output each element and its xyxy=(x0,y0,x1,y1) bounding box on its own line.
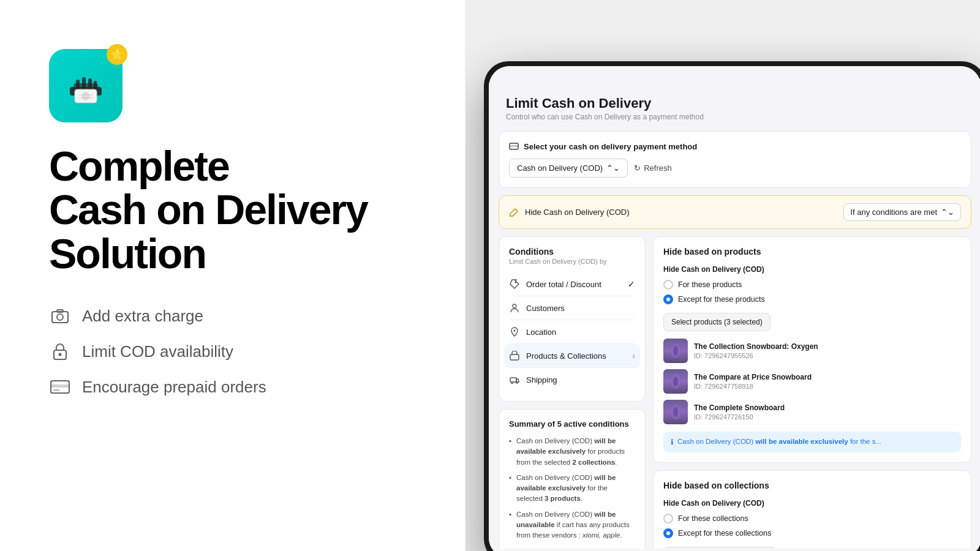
refresh-icon: ↻ xyxy=(634,163,641,173)
radio-for-these-collections[interactable]: For these collections xyxy=(663,514,961,523)
hide-cod-section: Hide Cash on Delivery (COD) If any condi… xyxy=(499,195,971,229)
svg-rect-4 xyxy=(88,78,92,89)
svg-point-22 xyxy=(514,330,516,332)
pen-icon xyxy=(509,208,519,217)
tag-icon xyxy=(509,279,520,290)
svg-point-32 xyxy=(673,407,678,417)
card-icon xyxy=(49,376,71,398)
conditions-column: Conditions Limit Cash on Delivery (COD) … xyxy=(499,236,646,549)
product-info-1: The Collection Snowboard: Oxygen ID: 729… xyxy=(694,342,961,359)
svg-point-14 xyxy=(59,353,62,356)
svg-rect-10 xyxy=(52,312,68,323)
product-info-2: The Compare at Price Snowboard ID: 72962… xyxy=(694,373,961,390)
app-header: Limit Cash on Delivery Control who can u… xyxy=(489,83,980,131)
radio-group-collections: For these collections Except for these c… xyxy=(663,514,961,538)
condition-order-total[interactable]: Order total / Discount ✓ xyxy=(509,272,635,296)
app-header-subtitle: Control who can use Cash on Delivery as … xyxy=(506,113,964,121)
svg-point-11 xyxy=(57,314,63,320)
payment-controls: Cash on Delivery (COD) ⌃⌄ ↻ Refresh xyxy=(509,159,961,178)
star-badge: ⭐ xyxy=(107,44,127,65)
radio-circle-for-collections xyxy=(663,514,673,523)
product-item-3: The Complete Snowboard ID: 7296247726150 xyxy=(663,400,961,424)
svg-rect-24 xyxy=(510,378,516,382)
tablet-content: Limit Cash on Delivery Control who can u… xyxy=(489,83,980,549)
title-line1: Complete xyxy=(49,143,229,189)
summary-card: Summary of 5 active conditions Cash on D… xyxy=(499,409,646,549)
tablet-screen: Limit Cash on Delivery Control who can u… xyxy=(489,66,980,551)
arrow-right-icon: › xyxy=(632,351,635,361)
info-icon: ℹ xyxy=(671,438,674,446)
tablet-topbar xyxy=(489,66,980,83)
truck-icon xyxy=(509,374,520,385)
refresh-button[interactable]: ↻ Refresh xyxy=(634,163,672,173)
condition-location[interactable]: Location xyxy=(509,320,635,344)
conditions-card: Conditions Limit Cash on Delivery (COD) … xyxy=(499,236,646,402)
radio-group-products: For these products Except for these prod… xyxy=(663,280,961,304)
cod-dropdown[interactable]: Cash on Delivery (COD) ⌃⌄ xyxy=(509,159,628,178)
summary-item-1: Cash on Delivery (COD) will be available… xyxy=(509,436,635,468)
pin-icon xyxy=(509,326,520,337)
radio-for-these-products[interactable]: For these products xyxy=(663,280,961,290)
chevron-down-icon: ⌃⌄ xyxy=(941,208,954,217)
radio-circle-except-collections xyxy=(663,528,673,538)
feature-prepaid: Encourage prepaid orders xyxy=(49,376,428,398)
app-icon-wrapper: ⭐ xyxy=(49,49,123,122)
condition-shipping[interactable]: Shipping xyxy=(509,368,635,391)
svg-point-28 xyxy=(673,346,678,356)
payment-method-section: Select your cash on delivery payment met… xyxy=(499,131,971,188)
conditions-subtitle: Limit Cash on Delivery (COD) by xyxy=(509,258,635,265)
product-thumb-2 xyxy=(663,369,688,394)
product-item-2: The Compare at Price Snowboard ID: 72962… xyxy=(663,369,961,394)
feature-limit-cod-text: Limit COD availability xyxy=(82,342,233,361)
svg-rect-5 xyxy=(94,81,97,89)
condition-dropdown[interactable]: If any conditions are met ⌃⌄ xyxy=(843,203,961,221)
condition-customers[interactable]: Customers xyxy=(509,296,635,320)
product-thumb-1 xyxy=(663,339,688,363)
collections-card-title: Hide based on collections xyxy=(663,481,961,490)
radio-circle-except-products xyxy=(663,294,673,304)
info-banner: ℹ Cash on Delivery (COD) will be availab… xyxy=(663,432,961,452)
feature-extra-charge-text: Add extra charge xyxy=(82,307,203,326)
svg-point-30 xyxy=(673,377,678,386)
product-info-3: The Complete Snowboard ID: 7296247726150 xyxy=(694,403,961,421)
svg-rect-17 xyxy=(53,389,59,391)
product-thumb-3 xyxy=(663,400,688,424)
left-panel: ⭐ Complete Cash on Delivery Solution Add… xyxy=(0,0,466,551)
main-title: Complete Cash on Delivery Solution xyxy=(49,144,428,276)
select-products-button[interactable]: Select products (3 selected) xyxy=(663,313,771,331)
svg-rect-23 xyxy=(510,354,519,360)
product-item-1: The Collection Snowboard: Oxygen ID: 729… xyxy=(663,339,961,363)
product-list: The Collection Snowboard: Oxygen ID: 729… xyxy=(663,339,961,424)
title-line2: Cash on Delivery xyxy=(49,186,368,233)
payment-method-label: Select your cash on delivery payment met… xyxy=(509,141,961,151)
products-sub-title: Hide Cash on Delivery (COD) xyxy=(663,265,961,274)
lock-icon xyxy=(49,340,71,362)
svg-rect-16 xyxy=(51,384,69,388)
radio-except-these-products[interactable]: Except for these products xyxy=(663,294,961,304)
summary-item-3: Cash on Delivery (COD) will be unavailab… xyxy=(509,509,635,541)
svg-rect-8 xyxy=(78,94,93,96)
svg-point-26 xyxy=(516,382,518,384)
main-content: Conditions Limit Cash on Delivery (COD) … xyxy=(489,236,980,549)
summary-title: Summary of 5 active conditions xyxy=(509,419,635,429)
select-collections-button[interactable]: Select collections (2 selected) xyxy=(663,547,777,549)
app-icon-svg xyxy=(64,64,108,108)
collections-sub-title: Hide Cash on Delivery (COD) xyxy=(663,499,961,508)
svg-rect-19 xyxy=(510,145,518,147)
condition-products-collections[interactable]: Products & Collections › xyxy=(504,344,640,368)
chevron-icon: ⌃⌄ xyxy=(606,163,620,173)
feature-limit-cod: Limit COD availability xyxy=(49,340,428,362)
radio-except-these-collections[interactable]: Except for these collections xyxy=(663,528,961,538)
svg-rect-3 xyxy=(82,77,86,89)
products-card: Hide based on products Hide Cash on Deli… xyxy=(653,236,971,463)
svg-point-20 xyxy=(515,282,517,283)
check-icon: ✓ xyxy=(628,279,635,289)
summary-item-2: Cash on Delivery (COD) will be available… xyxy=(509,473,635,504)
right-panel: Limit Cash on Delivery Control who can u… xyxy=(466,0,980,551)
svg-rect-2 xyxy=(76,80,80,89)
payment-icon xyxy=(509,141,519,151)
feature-prepaid-text: Encourage prepaid orders xyxy=(82,378,266,397)
app-header-title: Limit Cash on Delivery xyxy=(506,96,964,111)
svg-rect-9 xyxy=(78,97,93,99)
person-icon xyxy=(509,302,520,313)
